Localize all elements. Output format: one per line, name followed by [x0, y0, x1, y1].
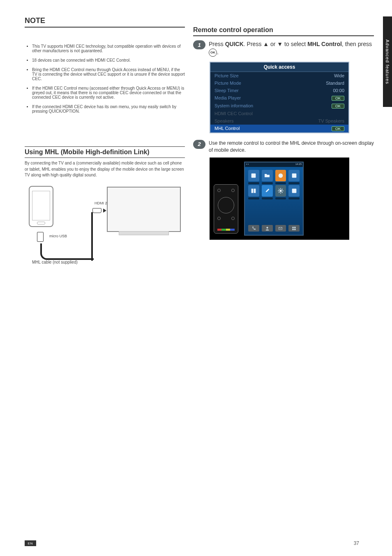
svg-rect-7: [293, 227, 294, 228]
quick-access-row: Sleep Timer00:00: [210, 87, 348, 94]
svg-point-1: [279, 174, 283, 178]
step-1-text: Press QUICK. Press ▲ or ▼ to select MHL …: [209, 40, 374, 57]
ok-button-icon: OK: [209, 49, 217, 57]
dock-apps-icon: [288, 225, 300, 232]
connection-diagram: HDMI 2 micro USB MHL cable (not supplied…: [25, 183, 185, 265]
step-badge-1: 1: [193, 40, 205, 49]
qa-row-label: Sleep Timer: [214, 88, 333, 93]
remote-phone-illustration: ▪ ▪ 14:25: [210, 158, 349, 240]
svg-rect-10: [295, 229, 296, 230]
qa-row-value: TV Speakers: [318, 118, 344, 123]
svg-rect-4: [292, 189, 296, 193]
divider: [193, 35, 374, 36]
hdmi-plug-icon: [92, 207, 113, 214]
quick-access-row: System informationOK: [210, 102, 348, 110]
note-bullet-list: This TV supports HDMI CEC technology, bu…: [25, 44, 185, 114]
qa-row-label: Picture Mode: [214, 81, 326, 86]
app-tool-icon: [262, 185, 273, 197]
qa-row-value: 00:00: [333, 88, 344, 93]
svg-rect-2: [292, 174, 296, 178]
svg-point-3: [279, 190, 281, 192]
ok-indicator: OK: [332, 96, 344, 101]
cable-line: [91, 212, 93, 261]
mhl-description: By connecting the TV and a (commercially…: [25, 160, 185, 178]
svg-point-5: [266, 227, 268, 229]
dock-phone-icon: [248, 225, 259, 232]
dock-mail-icon: [275, 225, 286, 232]
svg-rect-9: [293, 229, 294, 230]
app-icon: [288, 170, 300, 181]
app-icon: [288, 185, 300, 197]
quick-access-menu: Quick access Picture SizeWidePicture Mod…: [210, 62, 349, 133]
mhl-heading: Using MHL (Mobile High-definition Link): [25, 146, 185, 158]
app-book-icon: [248, 185, 259, 197]
svg-rect-0: [251, 174, 256, 178]
tv-illustration: [107, 187, 181, 232]
step-1: 1 Press QUICK. Press ▲ or ▼ to select MH…: [193, 40, 374, 57]
svg-rect-8: [295, 227, 296, 228]
note-heading: NOTE: [25, 16, 185, 25]
qa-row-value: OK: [332, 126, 344, 131]
qa-row-label: Speakers: [214, 118, 318, 123]
quick-access-row: Picture SizeWide: [210, 72, 348, 79]
app-globe-icon: [275, 170, 286, 181]
side-tab: Advanced features: [383, 16, 392, 107]
microusb-plug-icon: [37, 232, 44, 242]
list-item: If the connected HDMI CEC device has its…: [32, 104, 185, 114]
phone-illustration: [29, 186, 53, 227]
list-item: 18 devices can be connected with HDMI CE…: [32, 58, 185, 63]
app-gear-icon: [275, 185, 286, 197]
step-badge-2: 2: [193, 140, 205, 149]
dock-contact-icon: [262, 225, 273, 232]
qa-row-label: Picture Size: [214, 73, 334, 78]
qa-row-label: MHL Control: [214, 126, 332, 131]
quick-access-row: Picture ModeStandard: [210, 79, 348, 87]
microusb-label: micro USB: [49, 234, 67, 238]
phone-screen: ▪ ▪ 14:25: [244, 162, 304, 236]
list-item: This TV supports HDMI CEC technology, bu…: [32, 44, 185, 53]
app-icon: [248, 170, 259, 181]
app-folder-icon: [262, 170, 273, 181]
qa-row-label: System information: [214, 103, 332, 109]
quick-access-row: MHL ControlOK: [210, 125, 348, 132]
phone-dock: [248, 225, 300, 232]
page-number: 37: [354, 540, 359, 546]
quick-access-row: HDMI CEC Control: [210, 110, 348, 117]
ok-indicator: OK: [332, 126, 344, 131]
divider: [25, 27, 185, 28]
qa-row-value: OK: [332, 103, 344, 109]
language-badge: EN: [25, 540, 36, 546]
cable-label: MHL cable (not supplied): [32, 260, 78, 264]
procedure-heading: Remote control operation: [193, 26, 374, 34]
hdmi-label: HDMI 2: [95, 201, 107, 205]
qa-row-label: HDMI CEC Control: [214, 111, 344, 116]
remote-control-icon: [214, 184, 238, 234]
quick-access-row: Media PlayerOK: [210, 94, 348, 102]
quick-access-row: SpeakersTV Speakers: [210, 117, 348, 125]
ok-indicator: OK: [332, 104, 344, 109]
step-2-text: Use the remote control to control the MH…: [209, 140, 374, 154]
cable-line: [40, 243, 94, 260]
phone-statusbar: ▪ ▪ 14:25: [245, 162, 303, 167]
list-item: If the HDMI CEC Control menu (accessed e…: [32, 86, 185, 100]
list-item: Bring the HDMI CEC Control menu through …: [32, 67, 185, 81]
qa-row-value: OK: [332, 95, 344, 101]
quick-access-title: Quick access: [210, 63, 348, 72]
qa-row-value: Wide: [334, 73, 344, 78]
qa-row-value: Standard: [326, 81, 344, 86]
step-2: 2 Use the remote control to control the …: [193, 140, 374, 154]
qa-row-label: Media Player: [214, 95, 332, 101]
